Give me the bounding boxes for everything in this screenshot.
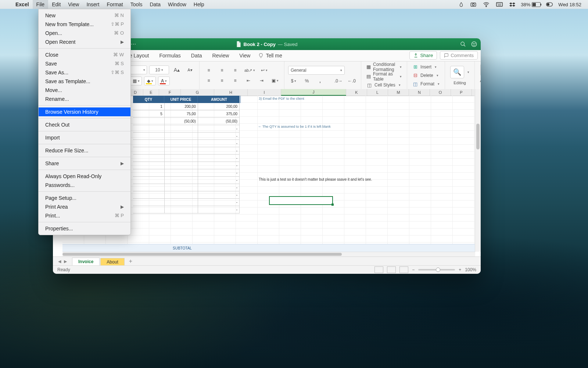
page-layout-view-button[interactable] <box>387 266 396 273</box>
tab-view[interactable]: View <box>234 50 255 61</box>
cell-qty[interactable] <box>133 155 165 162</box>
align-left-icon[interactable]: ≡ <box>203 77 214 85</box>
cell-unit-price[interactable] <box>165 125 198 132</box>
cell-qty[interactable] <box>133 147 165 154</box>
table-row[interactable]: - <box>133 155 240 162</box>
zoom-level[interactable]: 100% <box>465 267 476 272</box>
table-row[interactable]: - <box>133 199 240 206</box>
menu-help[interactable]: Help <box>190 0 208 9</box>
menu-data[interactable]: Data <box>146 0 164 9</box>
menu-share[interactable]: Share▶ <box>39 159 130 168</box>
comments-button[interactable]: Comments <box>440 51 478 60</box>
cell-unit-price[interactable] <box>165 162 198 169</box>
col-J[interactable]: J <box>281 89 346 96</box>
percent-icon[interactable]: % <box>301 77 312 85</box>
cell-unit-price[interactable] <box>165 155 198 162</box>
decrease-indent-icon[interactable]: ⇤ <box>243 77 254 85</box>
align-center-icon[interactable]: ≡ <box>216 77 227 85</box>
table-row[interactable]: - <box>133 125 240 132</box>
cell-qty[interactable] <box>133 206 165 213</box>
cell-qty[interactable] <box>133 191 165 198</box>
cell-unit-price[interactable] <box>165 199 198 206</box>
cell-amount[interactable]: - <box>198 206 240 213</box>
horizontal-scroll-thumb[interactable] <box>62 253 342 256</box>
menu-close[interactable]: Close⌘ W <box>39 50 130 59</box>
table-row[interactable]: - <box>133 132 240 140</box>
ink-icon[interactable] <box>455 2 467 7</box>
cell-unit-price[interactable] <box>165 177 198 184</box>
tab-data[interactable]: Data <box>186 50 207 61</box>
menu-move[interactable]: Move... <box>39 86 130 95</box>
cell-qty[interactable] <box>133 132 165 139</box>
cell-amount[interactable]: - <box>198 132 240 139</box>
number-format-dropdown[interactable]: General▾ <box>288 66 345 75</box>
menu-always-read-only[interactable]: Always Open Read-Only <box>39 172 130 181</box>
cell-qty[interactable] <box>133 199 165 206</box>
app-name-menu[interactable]: Excel <box>12 0 33 9</box>
decrease-decimal-icon[interactable]: ←.0 <box>346 77 357 85</box>
cell-unit-price[interactable]: 200,00 <box>165 103 198 110</box>
menu-save-as[interactable]: Save As...⇧⌘ S <box>39 68 130 77</box>
tab-review[interactable]: Review <box>207 50 234 61</box>
menu-properties[interactable]: Properties... <box>39 224 130 233</box>
cell-amount[interactable]: - <box>198 177 240 184</box>
table-row[interactable]: - <box>133 147 240 155</box>
table-row[interactable]: - <box>133 191 240 199</box>
increase-decimal-icon[interactable]: .0→ <box>333 77 344 85</box>
screenshot-icon[interactable] <box>467 2 480 7</box>
col-H[interactable]: H <box>214 89 248 96</box>
align-right-icon[interactable]: ≡ <box>230 77 241 85</box>
cell-unit-price[interactable] <box>165 169 198 176</box>
menu-import[interactable]: Import <box>39 133 130 142</box>
col-F[interactable]: F <box>159 89 181 96</box>
menu-browse-version-history[interactable]: Browse Version History <box>39 107 130 116</box>
zoom-out-button[interactable]: − <box>412 267 415 272</box>
cell-qty[interactable] <box>133 125 165 132</box>
menu-tools[interactable]: Tools <box>127 0 146 9</box>
table-row[interactable]: - <box>133 177 240 184</box>
cell-unit-price[interactable] <box>165 191 198 198</box>
cell-unit-price[interactable] <box>165 132 198 139</box>
cell-qty[interactable] <box>133 162 165 169</box>
table-row[interactable]: 575,00375,00 <box>133 110 240 118</box>
vertical-scroll-thumb[interactable] <box>476 124 480 149</box>
delete-cells-button[interactable]: ⊟Delete▾ <box>411 72 441 78</box>
currency-icon[interactable]: $▾ <box>288 77 299 85</box>
tab-formulas[interactable]: Formulas <box>154 50 186 61</box>
table-row[interactable]: - <box>133 184 240 191</box>
col-K[interactable]: K <box>346 89 367 96</box>
format-cells-button[interactable]: ◫Format▾ <box>411 81 441 87</box>
cell-amount[interactable]: - <box>198 125 240 132</box>
menu-check-out[interactable]: Check Out <box>39 120 130 129</box>
format-as-table-button[interactable]: ▤Format as Table▾ <box>365 73 403 80</box>
menu-page-setup[interactable]: Page Setup... <box>39 194 130 202</box>
vertical-scrollbar[interactable] <box>475 89 481 252</box>
font-name-dropdown[interactable]: ▾ <box>130 66 147 74</box>
col-O[interactable]: O <box>430 89 451 96</box>
cell-amount[interactable]: - <box>198 162 240 169</box>
orientation-icon[interactable]: ab↗▾ <box>243 66 257 74</box>
cell-unit-price[interactable]: (50,00) <box>165 118 198 125</box>
normal-view-button[interactable] <box>374 266 383 273</box>
cell-qty[interactable]: 5 <box>133 110 165 117</box>
col-N[interactable]: N <box>409 89 430 96</box>
control-center-icon[interactable] <box>543 2 556 7</box>
align-middle-icon[interactable]: ≡ <box>216 66 227 74</box>
borders-dropdown[interactable]: ▦▾ <box>130 77 142 85</box>
share-button[interactable]: Share <box>409 51 437 60</box>
cell-qty[interactable] <box>133 184 165 191</box>
active-cell[interactable] <box>269 196 333 205</box>
zoom-slider[interactable] <box>418 269 455 270</box>
menu-reduce-file-size[interactable]: Reduce File Size... <box>39 146 130 155</box>
horizontal-scrollbar[interactable] <box>62 252 475 257</box>
cell-qty[interactable] <box>133 177 165 184</box>
prev-sheet-icon[interactable]: ◀ <box>57 259 62 264</box>
cell-unit-price[interactable]: 75,00 <box>165 110 198 117</box>
menu-new-template[interactable]: New from Template...⇧⌘ P <box>39 20 130 29</box>
menu-passwords[interactable]: Passwords... <box>39 181 130 190</box>
menu-file[interactable]: File <box>33 0 49 9</box>
menubar-clock[interactable]: Wed 18:52 <box>556 2 584 7</box>
menu-save[interactable]: Save⌘ S <box>39 59 130 68</box>
cell-qty[interactable] <box>133 118 165 125</box>
wrap-text-icon[interactable]: ↩▾ <box>259 66 270 74</box>
